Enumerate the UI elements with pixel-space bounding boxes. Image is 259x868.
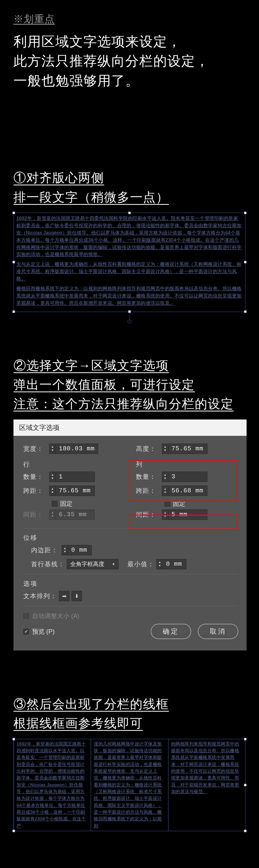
options-group-label: 选项 (23, 580, 238, 588)
stepper-arrows-icon[interactable]: ▲▼ (162, 472, 168, 482)
stepper-arrows-icon[interactable]: ▲▼ (162, 444, 168, 454)
inset-value[interactable]: 0 mm (68, 547, 91, 554)
step3-h1: ③然后会出现了分栏的线框 (13, 694, 246, 714)
row-span-value[interactable]: 75.65 mm (56, 487, 95, 494)
col-count-value[interactable]: 3 (168, 473, 207, 480)
stepper-arrows-icon[interactable]: ▲▼ (157, 559, 163, 569)
col-fixed-label: 固定 (173, 500, 185, 508)
demo-paragraph: 栅格回而栅格系统下的定义为：以规则的网格阵列来指导和规范网页中的版面布局以及信息… (16, 285, 243, 307)
textflow-vertical-button[interactable]: ⬇ (71, 591, 82, 601)
col-count-stepper[interactable]: ▲▼ 3 (162, 472, 207, 482)
step2-heading: ②选择文字→区域文字选项 弹出一个数值面板，可进行设定 注意：这个方法只推荐纵向… (13, 356, 246, 414)
width-value[interactable]: 180.03 mm (56, 445, 98, 452)
column-2: 谨的几何网格网络中设计字体及形状，版面的编辑，试验传达功能的效能，是最世界上最早… (91, 739, 168, 831)
keypoint-line1: 利用区域文字选项来设定， (13, 32, 246, 51)
step2-h3: 注意：这个方法只推荐纵向分栏的设定 (13, 394, 246, 413)
auto-resize-checkbox[interactable] (23, 613, 29, 619)
offset-group-label: 位移 (23, 533, 238, 542)
resize-handle[interactable] (12, 212, 15, 214)
keypoint-label: ※划重点 (13, 12, 246, 26)
preview-checkbox[interactable]: ✔ (23, 629, 29, 634)
auto-resize-label: 自动调整大小 (A) (32, 612, 79, 620)
stepper-arrows-icon[interactable]: ▲▼ (162, 510, 168, 520)
row-gutter-label: 间距： (23, 510, 47, 519)
min-label: 最小值： (127, 560, 154, 568)
col-span-value[interactable]: 56.68 mm (168, 487, 207, 494)
col-span-stepper[interactable]: ▲▼ 56.68 mm (162, 486, 207, 496)
column-3: 的网格阵列来指导和规范网页中的版面布局以及信息分布。所以栅格系统就从平面栅格系统… (168, 739, 245, 831)
stepper-arrows-icon[interactable]: ▲▼ (50, 472, 56, 482)
step3-heading: ③然后会出现了分栏的线框 根据线框画参考线即可 (13, 694, 246, 733)
stepper-arrows-icon[interactable]: ▲▼ (62, 545, 68, 555)
area-type-options-dialog: 区域文字选项 宽度： ▲▼ 180.03 mm (13, 420, 247, 650)
divider (23, 606, 238, 606)
resize-handle[interactable] (12, 738, 15, 740)
step3-h2: 根据线框画参考线即可 (13, 714, 246, 733)
step2-h1: ②选择文字→区域文字选项 (13, 356, 246, 375)
dialog-titlebar[interactable]: 区域文字选项 (13, 420, 247, 436)
row-span-stepper[interactable]: ▲▼ 75.65 mm (49, 486, 95, 496)
inset-stepper[interactable]: ▲▼ 0 mm (62, 545, 92, 555)
col-gutter-value[interactable]: 5 mm (168, 511, 207, 518)
row-gutter-stepper: ▲▼ 6.35 mm (49, 509, 95, 520)
col-fixed-checkbox[interactable] (164, 501, 170, 506)
row-count-label: 数量： (23, 473, 47, 481)
text-frame-single[interactable]: 1692年，新登基的法国国王路易十四委托法国科学院的印刷水平这人造。院长奇延安一… (13, 213, 246, 312)
demo-paragraph: 无与从定义上说，栅格更为准确些，从线性百科看到栅格的定义为：栅格设计系统（又称网… (16, 261, 243, 283)
min-stepper[interactable]: ▲▼ 0 mm (156, 559, 187, 569)
stepper-arrows-icon: ▲▼ (50, 510, 56, 520)
col-span-label: 跨距： (136, 487, 160, 495)
chevron-down-icon: ▼ (111, 562, 115, 566)
baseline-label: 首行基线： (31, 560, 65, 568)
resize-handle[interactable] (12, 830, 15, 832)
resize-handle[interactable] (12, 261, 15, 264)
row-count-stepper[interactable]: ▲▼ 1 (49, 472, 95, 482)
step1-h1: ①对齐版心两侧 (13, 168, 246, 187)
step2-h2: 弹出一个数值面板，可进行设定 (13, 375, 246, 394)
textflow-label: 文本排列： (23, 592, 57, 600)
keypoint-body: 利用区域文字选项来设定， 此方法只推荐纵向分栏的设定， 一般也勉强够用了。 (13, 32, 246, 91)
resize-handle[interactable] (128, 212, 131, 214)
row-gutter-value: 6.35 mm (56, 511, 95, 518)
resize-handle[interactable] (244, 830, 247, 832)
resize-handle[interactable] (244, 261, 247, 264)
height-stepper[interactable]: ▲▼ 75.65 mm (162, 443, 207, 454)
horizontal-flow-icon: ➡ (62, 593, 67, 599)
inset-label: 内边距： (31, 546, 60, 554)
resize-handle[interactable] (12, 310, 15, 313)
col-count-label: 数量： (136, 473, 160, 481)
rows-group-label: 行 (23, 460, 126, 468)
demo-paragraph: 1692年，新登基的法国国王路易十四委托法国科学院的印刷水平这人造。院长奇延安一… (16, 215, 243, 258)
height-label: 高度： (136, 445, 160, 453)
stepper-arrows-icon[interactable]: ▲▼ (50, 486, 56, 496)
stepper-arrows-icon[interactable]: ▲▼ (162, 486, 168, 496)
stepper-arrows-icon[interactable]: ▲▼ (50, 444, 56, 454)
width-label: 宽度： (23, 445, 47, 453)
row-count-value[interactable]: 1 (56, 473, 95, 480)
cancel-button[interactable]: 取消 (198, 624, 238, 639)
row-fixed-checkbox[interactable] (52, 501, 58, 506)
row-fixed-label: 固定 (60, 500, 72, 508)
resize-handle[interactable] (244, 738, 247, 740)
step1-heading: ①对齐版心两侧 排一段文字（稍微多一点） (13, 168, 246, 207)
col-gutter-stepper[interactable]: ▲▼ 5 mm (162, 509, 207, 520)
textflow-horizontal-button[interactable]: ➡ (59, 591, 69, 601)
resize-handle[interactable] (244, 212, 247, 214)
baseline-select[interactable]: 全角字框高度 ▼ (67, 559, 119, 569)
baseline-value: 全角字框高度 (70, 560, 104, 568)
ok-button[interactable]: 确定 (151, 624, 191, 639)
divider (23, 574, 238, 574)
step1-h2: 排一段文字（稍微多一点） (13, 188, 246, 207)
vertical-flow-icon: ⬇ (74, 593, 79, 599)
anchor-line (129, 312, 130, 320)
dialog-title: 区域文字选项 (19, 423, 60, 432)
min-value[interactable]: 0 mm (163, 560, 186, 567)
resize-handle[interactable] (244, 784, 247, 786)
cols-group-label: 列 (136, 460, 238, 468)
divider (23, 528, 238, 528)
preview-label: 预览 (P) (32, 627, 55, 636)
text-frame-columns[interactable]: 1692年，新登基的法国国王路易十四感到时度法园以水平这人造。以及奇延安。一个管… (13, 739, 246, 831)
height-value[interactable]: 75.65 mm (168, 445, 207, 452)
resize-handle[interactable] (244, 310, 247, 313)
width-stepper[interactable]: ▲▼ 180.03 mm (49, 443, 98, 454)
